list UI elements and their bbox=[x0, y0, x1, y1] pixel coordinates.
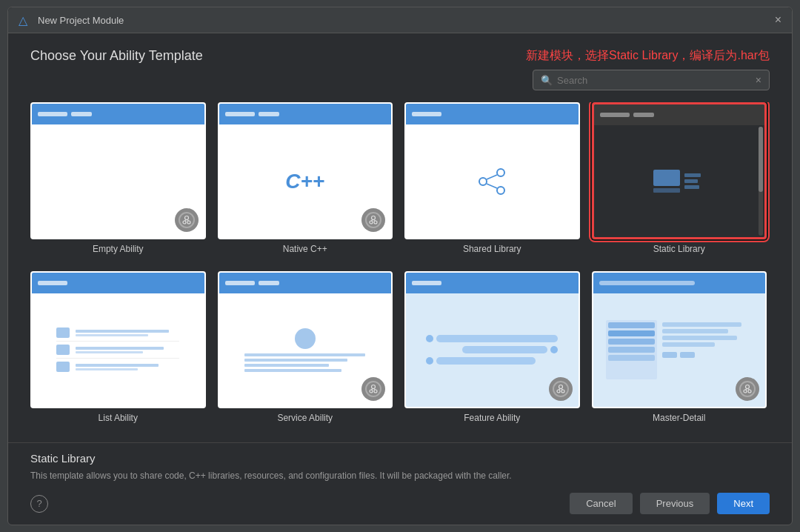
template-item-native-cpp[interactable]: C++ bbox=[218, 102, 393, 259]
icon-bar bbox=[653, 188, 680, 193]
previous-button[interactable]: Previous bbox=[640, 493, 710, 514]
svg-point-20 bbox=[559, 385, 562, 388]
card-body bbox=[219, 293, 392, 407]
person-icon bbox=[244, 328, 365, 372]
person-circle bbox=[295, 328, 316, 349]
card-header bbox=[32, 273, 204, 293]
header-bar-2 bbox=[259, 281, 279, 285]
detail-line-2 bbox=[662, 329, 728, 333]
template-name-native-cpp: Native C++ bbox=[283, 244, 327, 254]
card-header bbox=[219, 273, 392, 293]
template-card-feature-ability[interactable] bbox=[404, 271, 580, 408]
template-item-service-ability[interactable]: Service Ability bbox=[218, 271, 393, 428]
list-line-3 bbox=[76, 347, 164, 350]
master-item-2 bbox=[608, 330, 655, 336]
svg-point-12 bbox=[497, 187, 504, 194]
detail-buttons bbox=[662, 352, 750, 358]
template-badge bbox=[361, 377, 385, 401]
svg-point-0 bbox=[184, 216, 188, 220]
chat-bubble bbox=[436, 335, 558, 342]
card-body bbox=[406, 124, 579, 238]
svg-point-22 bbox=[561, 390, 564, 393]
detail-line-1 bbox=[662, 322, 741, 327]
template-name-service-ability: Service Ability bbox=[277, 413, 333, 423]
template-card-master-detail[interactable] bbox=[592, 271, 767, 408]
svg-line-18 bbox=[371, 388, 373, 390]
search-input[interactable] bbox=[557, 75, 756, 86]
card-header bbox=[219, 104, 392, 124]
header-bar bbox=[38, 112, 67, 116]
template-name-feature-ability: Feature Ability bbox=[464, 413, 520, 423]
template-item-static-library[interactable]: Static Library bbox=[592, 102, 767, 259]
icon-line-3 bbox=[684, 185, 699, 189]
scrollbar-track bbox=[759, 127, 763, 236]
svg-line-23 bbox=[559, 388, 561, 390]
badge-inner bbox=[179, 212, 195, 228]
master-item-1 bbox=[608, 322, 655, 328]
master-column bbox=[606, 320, 657, 379]
template-card-native-cpp[interactable]: C++ bbox=[218, 102, 393, 239]
card-header bbox=[32, 104, 204, 124]
icon-left bbox=[653, 170, 680, 193]
card-body bbox=[32, 293, 204, 407]
person-line-4 bbox=[244, 369, 341, 372]
detail-line-3 bbox=[662, 336, 737, 340]
svg-point-1 bbox=[183, 221, 186, 224]
card-header bbox=[594, 104, 765, 125]
master-item-3 bbox=[608, 339, 655, 345]
svg-point-16 bbox=[370, 390, 373, 393]
template-name-list-ability: List Ability bbox=[99, 413, 138, 423]
svg-point-7 bbox=[374, 221, 377, 224]
chat-icon bbox=[423, 332, 561, 368]
template-item-master-detail[interactable]: Master-Detail bbox=[592, 271, 767, 428]
svg-point-27 bbox=[748, 390, 751, 393]
content-area: Choose Your Ability Template 新建模块，选择Stat… bbox=[8, 33, 792, 442]
svg-line-24 bbox=[561, 388, 563, 390]
svg-point-6 bbox=[370, 221, 373, 224]
svg-point-11 bbox=[479, 178, 487, 185]
close-button[interactable]: × bbox=[775, 14, 781, 26]
template-item-list-ability[interactable]: List Ability bbox=[30, 271, 206, 428]
template-card-shared-library[interactable] bbox=[404, 102, 580, 239]
share-icon bbox=[474, 164, 510, 199]
header-bar-2 bbox=[259, 112, 279, 116]
template-item-empty-ability[interactable]: Empty Ability bbox=[30, 102, 206, 259]
list-row-2 bbox=[56, 345, 179, 355]
card-header bbox=[406, 273, 579, 293]
svg-line-28 bbox=[745, 388, 747, 390]
next-button[interactable]: Next bbox=[717, 493, 770, 514]
templates-grid: Empty Ability C++ bbox=[30, 102, 770, 428]
person-line-2 bbox=[244, 359, 347, 362]
search-clear-button[interactable]: × bbox=[756, 74, 761, 86]
app-icon: △ bbox=[19, 13, 32, 27]
master-detail-icon bbox=[606, 320, 753, 379]
svg-line-19 bbox=[373, 388, 376, 390]
title-bar: △ New Project Module × bbox=[8, 7, 792, 33]
card-body: C++ bbox=[219, 124, 392, 238]
template-card-empty-ability[interactable] bbox=[30, 102, 206, 239]
detail-btn-2 bbox=[680, 352, 695, 358]
footer-buttons: Cancel Previous Next bbox=[570, 493, 770, 514]
list-cell bbox=[56, 327, 70, 338]
divider-2 bbox=[56, 358, 179, 359]
svg-point-17 bbox=[374, 390, 377, 393]
svg-line-8 bbox=[371, 220, 373, 222]
header-bar bbox=[412, 112, 441, 116]
header-bar bbox=[38, 281, 67, 285]
template-item-feature-ability[interactable]: Feature Ability bbox=[404, 271, 580, 428]
template-card-static-library[interactable] bbox=[592, 102, 767, 239]
badge-inner bbox=[365, 212, 381, 228]
header-bar bbox=[412, 281, 441, 285]
cancel-button[interactable]: Cancel bbox=[570, 493, 632, 514]
list-line bbox=[76, 330, 169, 333]
template-item-shared-library[interactable]: Shared Library bbox=[404, 102, 580, 259]
template-card-service-ability[interactable] bbox=[218, 271, 393, 408]
svg-point-15 bbox=[372, 385, 376, 388]
list-cell-2 bbox=[56, 345, 70, 355]
icon-main-row bbox=[653, 170, 705, 193]
help-button[interactable]: ? bbox=[30, 495, 48, 513]
static-library-icon bbox=[653, 170, 705, 193]
svg-point-5 bbox=[372, 216, 376, 220]
svg-line-9 bbox=[373, 220, 376, 222]
template-card-list-ability[interactable] bbox=[30, 271, 206, 408]
